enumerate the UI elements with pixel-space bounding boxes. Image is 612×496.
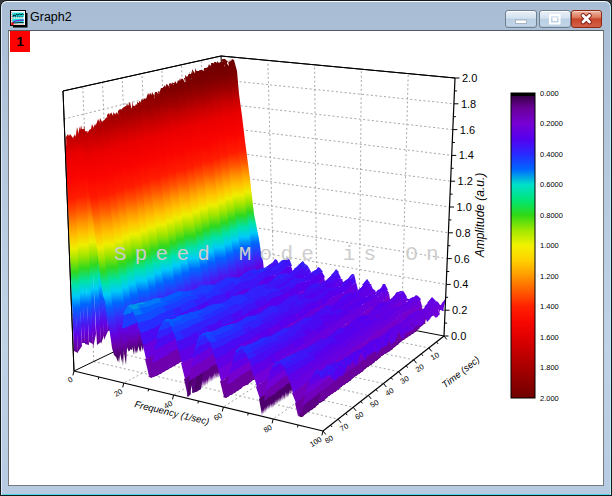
svg-text:60: 60 — [212, 411, 224, 423]
svg-text:1.200: 1.200 — [540, 272, 559, 281]
svg-text:0.8: 0.8 — [455, 227, 470, 239]
svg-text:20: 20 — [112, 387, 124, 399]
svg-text:0.4000: 0.4000 — [540, 150, 563, 159]
svg-text:10: 10 — [429, 350, 441, 362]
svg-text:1.8: 1.8 — [461, 98, 476, 110]
svg-text:1.0: 1.0 — [457, 201, 472, 213]
svg-text:1.800: 1.800 — [540, 363, 559, 372]
svg-text:0.6: 0.6 — [454, 253, 469, 265]
svg-text:80: 80 — [323, 433, 335, 445]
svg-text:1.000: 1.000 — [540, 241, 559, 250]
svg-text:0.2000: 0.2000 — [540, 119, 563, 128]
svg-text:1.4: 1.4 — [459, 149, 474, 161]
svg-text:0: 0 — [66, 375, 74, 385]
svg-text:0.8000: 0.8000 — [540, 211, 563, 220]
svg-text:Time (sec): Time (sec) — [440, 354, 482, 390]
svg-text:80: 80 — [262, 423, 274, 435]
svg-text:20: 20 — [414, 362, 426, 374]
svg-text:Amplitude (a.u.): Amplitude (a.u.) — [473, 173, 487, 259]
svg-text:0.6000: 0.6000 — [540, 180, 563, 189]
svg-text:Speed Mode is On: Speed Mode is On — [114, 243, 447, 266]
svg-text:50: 50 — [369, 398, 381, 410]
svg-text:1.600: 1.600 — [540, 333, 559, 342]
svg-text:40: 40 — [384, 386, 396, 398]
svg-text:1.6: 1.6 — [460, 124, 475, 136]
svg-text:0.000: 0.000 — [540, 89, 559, 98]
svg-text:Frequency (1/sec): Frequency (1/sec) — [134, 398, 211, 427]
svg-text:2.0: 2.0 — [462, 72, 477, 84]
svg-text:2.000: 2.000 — [540, 394, 559, 403]
svg-text:100: 100 — [308, 435, 323, 449]
svg-text:0.2: 0.2 — [452, 304, 467, 316]
svg-text:0.4: 0.4 — [453, 278, 468, 290]
svg-text:70: 70 — [338, 421, 350, 433]
svg-text:1.400: 1.400 — [540, 302, 559, 311]
svg-text:0.0: 0.0 — [451, 330, 466, 342]
svg-text:60: 60 — [353, 410, 365, 422]
svg-text:1.2: 1.2 — [458, 175, 473, 187]
svg-text:30: 30 — [399, 374, 411, 386]
